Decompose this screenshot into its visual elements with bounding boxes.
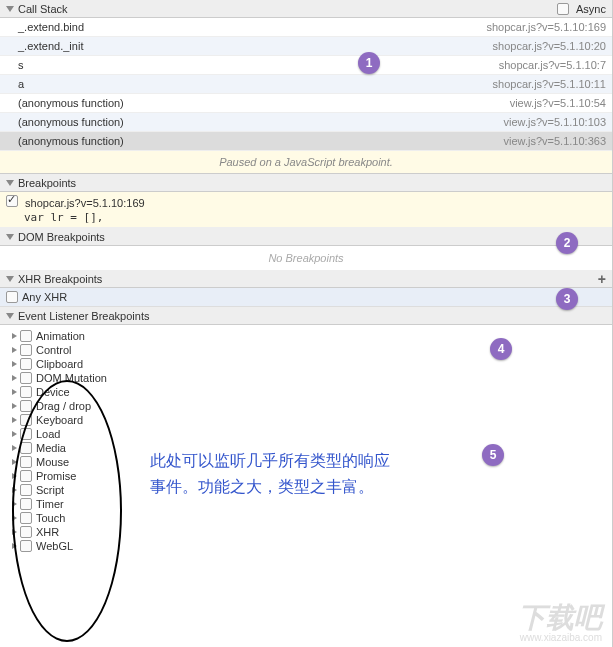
- any-xhr-row[interactable]: Any XHR: [0, 288, 612, 307]
- disclosure-triangle-icon: [6, 6, 14, 12]
- event-category-item[interactable]: Load: [8, 427, 612, 441]
- event-listener-breakpoints-header[interactable]: Event Listener Breakpoints: [0, 307, 612, 325]
- dom-breakpoints-header[interactable]: DOM Breakpoints: [0, 228, 612, 246]
- dom-breakpoints-empty: No Breakpoints: [0, 246, 612, 270]
- pause-banner: Paused on a JavaScript breakpoint.: [0, 151, 612, 174]
- event-category-label: Mouse: [36, 456, 69, 468]
- frame-function: (anonymous function): [18, 135, 124, 147]
- event-category-label: Promise: [36, 470, 76, 482]
- xhr-breakpoints-header[interactable]: XHR Breakpoints +: [0, 270, 612, 288]
- call-stack-title: Call Stack: [18, 3, 557, 15]
- call-stack-frame[interactable]: ashopcar.js?v=5.1.10:11: [0, 75, 612, 94]
- call-stack-frame[interactable]: (anonymous function)view.js?v=5.1.10:54: [0, 94, 612, 113]
- call-stack-frame[interactable]: _.extend._initshopcar.js?v=5.1.10:20: [0, 37, 612, 56]
- disclosure-triangle-icon: [12, 459, 17, 465]
- async-checkbox[interactable]: [557, 3, 569, 15]
- breakpoints-header[interactable]: Breakpoints: [0, 174, 612, 192]
- event-category-item[interactable]: Keyboard: [8, 413, 612, 427]
- event-category-label: Touch: [36, 512, 65, 524]
- disclosure-triangle-icon: [12, 361, 17, 367]
- event-category-checkbox[interactable]: [20, 428, 32, 440]
- event-category-checkbox[interactable]: [20, 456, 32, 468]
- event-category-label: Control: [36, 344, 71, 356]
- disclosure-triangle-icon: [6, 234, 14, 240]
- event-category-checkbox[interactable]: [20, 344, 32, 356]
- breakpoint-checkbox[interactable]: [6, 195, 18, 207]
- event-category-checkbox[interactable]: [20, 386, 32, 398]
- frame-location: shopcar.js?v=5.1.10:11: [493, 78, 606, 90]
- event-category-item[interactable]: Clipboard: [8, 357, 612, 371]
- debugger-sidebar: Call Stack Async _.extend.bindshopcar.js…: [0, 0, 613, 647]
- disclosure-triangle-icon: [6, 276, 14, 282]
- frame-function: (anonymous function): [18, 116, 124, 128]
- any-xhr-checkbox[interactable]: [6, 291, 18, 303]
- disclosure-triangle-icon: [12, 333, 17, 339]
- annotation-badge-4: 4: [490, 338, 512, 360]
- event-category-checkbox[interactable]: [20, 512, 32, 524]
- annotation-text: 此处可以监听几乎所有类型的响应事件。功能之大，类型之丰富。: [150, 448, 400, 499]
- event-category-label: WebGL: [36, 540, 73, 552]
- frame-function: s: [18, 59, 24, 71]
- breakpoint-item[interactable]: shopcar.js?v=5.1.10:169 var lr = [],: [0, 192, 612, 228]
- frame-location: view.js?v=5.1.10:54: [510, 97, 606, 109]
- frame-location: shopcar.js?v=5.1.10:7: [499, 59, 606, 71]
- call-stack-frame[interactable]: sshopcar.js?v=5.1.10:7: [0, 56, 612, 75]
- frame-location: shopcar.js?v=5.1.10:169: [486, 21, 606, 33]
- call-stack-frame[interactable]: (anonymous function)view.js?v=5.1.10:103: [0, 113, 612, 132]
- event-category-item[interactable]: Animation: [8, 329, 612, 343]
- event-category-checkbox[interactable]: [20, 414, 32, 426]
- event-category-label: DOM Mutation: [36, 372, 107, 384]
- disclosure-triangle-icon: [12, 445, 17, 451]
- call-stack-frame[interactable]: _.extend.bindshopcar.js?v=5.1.10:169: [0, 18, 612, 37]
- event-category-label: Timer: [36, 498, 64, 510]
- annotation-badge-5: 5: [482, 444, 504, 466]
- breakpoints-title: Breakpoints: [18, 177, 606, 189]
- event-category-checkbox[interactable]: [20, 470, 32, 482]
- event-category-checkbox[interactable]: [20, 484, 32, 496]
- event-category-checkbox[interactable]: [20, 540, 32, 552]
- event-category-checkbox[interactable]: [20, 358, 32, 370]
- frame-function: a: [18, 78, 24, 90]
- event-category-label: Script: [36, 484, 64, 496]
- call-stack-frame[interactable]: (anonymous function)view.js?v=5.1.10:363: [0, 132, 612, 151]
- disclosure-triangle-icon: [12, 347, 17, 353]
- event-category-label: Animation: [36, 330, 85, 342]
- breakpoint-label: shopcar.js?v=5.1.10:169: [25, 197, 145, 209]
- call-stack-list: _.extend.bindshopcar.js?v=5.1.10:169_.ex…: [0, 18, 612, 151]
- add-xhr-breakpoint-icon[interactable]: +: [598, 271, 606, 287]
- annotation-badge-2: 2: [556, 232, 578, 254]
- watermark-url: www.xiazaiba.com: [520, 632, 602, 643]
- event-category-item[interactable]: Drag / drop: [8, 399, 612, 413]
- frame-location: view.js?v=5.1.10:103: [504, 116, 606, 128]
- disclosure-triangle-icon: [12, 389, 17, 395]
- disclosure-triangle-icon: [12, 375, 17, 381]
- event-category-label: XHR: [36, 526, 59, 538]
- event-category-item[interactable]: DOM Mutation: [8, 371, 612, 385]
- event-category-item[interactable]: XHR: [8, 525, 612, 539]
- disclosure-triangle-icon: [12, 515, 17, 521]
- call-stack-header[interactable]: Call Stack Async: [0, 0, 612, 18]
- event-category-label: Clipboard: [36, 358, 83, 370]
- event-category-checkbox[interactable]: [20, 400, 32, 412]
- async-label: Async: [576, 3, 606, 15]
- disclosure-triangle-icon: [12, 487, 17, 493]
- event-category-checkbox[interactable]: [20, 372, 32, 384]
- disclosure-triangle-icon: [12, 501, 17, 507]
- disclosure-triangle-icon: [12, 431, 17, 437]
- any-xhr-label: Any XHR: [22, 291, 67, 303]
- event-category-item[interactable]: Touch: [8, 511, 612, 525]
- event-category-label: Load: [36, 428, 60, 440]
- event-category-item[interactable]: Device: [8, 385, 612, 399]
- event-category-checkbox[interactable]: [20, 526, 32, 538]
- event-category-checkbox[interactable]: [20, 442, 32, 454]
- xhr-breakpoints-title: XHR Breakpoints: [18, 273, 598, 285]
- event-category-list: AnimationControlClipboardDOM MutationDev…: [0, 325, 612, 557]
- annotation-badge-1: 1: [358, 52, 380, 74]
- event-category-checkbox[interactable]: [20, 498, 32, 510]
- event-category-item[interactable]: Control: [8, 343, 612, 357]
- event-category-item[interactable]: WebGL: [8, 539, 612, 553]
- event-category-checkbox[interactable]: [20, 330, 32, 342]
- event-category-label: Media: [36, 442, 66, 454]
- frame-function: _.extend.bind: [18, 21, 84, 33]
- disclosure-triangle-icon: [12, 403, 17, 409]
